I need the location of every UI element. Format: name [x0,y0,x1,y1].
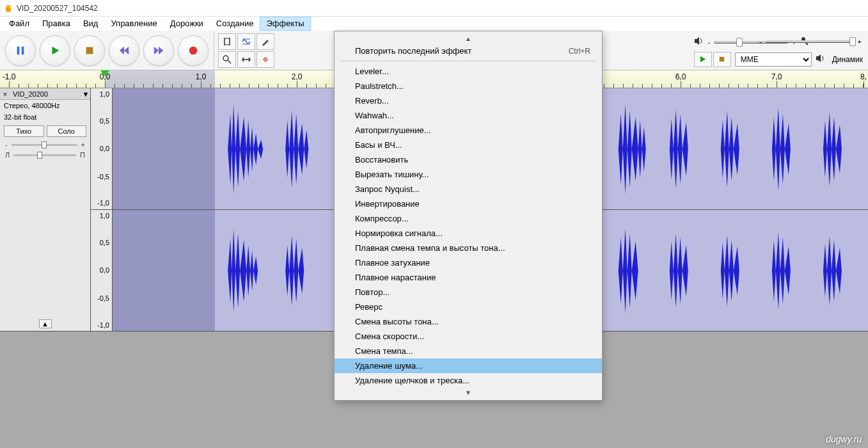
svg-marker-6 [124,46,129,54]
ruler-label: -1,0 [3,72,16,81]
ruler-label: 6,0 [675,72,686,81]
dd-item[interactable]: Wahwah... [335,108,602,123]
dd-item[interactable]: Удаление шума... [335,358,602,373]
svg-marker-7 [154,46,159,54]
dd-item[interactable]: Paulstretch... [335,79,602,93]
draw-tool[interactable] [256,33,274,50]
dd-item[interactable]: Нормировка сигнала... [335,226,602,241]
svg-point-9 [189,46,198,54]
effects-dropdown: ▲ Повторить последний эффект Ctrl+R Leve… [334,31,603,401]
svg-marker-3 [52,46,59,54]
dd-item[interactable]: Автоприглушение... [335,123,602,138]
track-format-line1: Стерео, 48000Hz [0,100,90,111]
pause-button[interactable] [5,35,36,66]
ruler-label: 0,0 [100,72,111,81]
svg-point-10 [223,56,228,61]
record-volume[interactable]: - + [759,33,862,50]
titlebar: VID_20200527_104542 [0,0,868,17]
output-speaker-icon [816,54,826,65]
dd-item[interactable]: Плавное нарастание [335,270,602,285]
menu-transport[interactable]: Управление [104,17,163,31]
record-button[interactable] [178,35,209,66]
svg-marker-8 [159,46,163,54]
dd-item[interactable]: Leveler... [335,64,602,79]
dd-item[interactable]: Reverb... [335,93,602,108]
zoom-tool[interactable] [218,51,236,68]
dd-item[interactable]: Запрос Nyquist... [335,182,602,196]
track-close-button[interactable]: × [0,90,10,98]
multi-tool[interactable] [256,51,274,68]
ruler-label: 1,0 [196,72,207,81]
play-button[interactable] [40,35,70,66]
dd-item[interactable]: Плавная смена темпа и высоты тона... [335,241,602,255]
svg-point-12 [265,58,267,60]
envelope-tool[interactable] [237,33,255,50]
menu-edit[interactable]: Правка [36,17,77,31]
menu-effects[interactable]: Эффекты [260,17,310,31]
preview-play-button[interactable] [694,52,712,67]
watermark: dugwy.ru [826,434,862,444]
ruler-label: 7,0 [771,72,782,81]
svg-marker-13 [695,37,699,45]
pan-slider[interactable]: Л П [0,150,90,160]
vertical-scale-left: 1,0 0,5 0,0 -0,5 -1,0 [91,88,113,209]
transport-controls [0,35,214,66]
mute-button[interactable]: Тихо [4,125,44,137]
dd-item[interactable]: Компрессор... [335,211,602,226]
dd-item[interactable]: Повтор... [335,285,602,300]
dd-item[interactable]: Смена высоты тона... [335,314,602,329]
preview-transport [694,52,731,67]
selection-tool[interactable] [218,33,236,50]
solo-button[interactable]: Соло [47,125,87,137]
scroll-up-arrow[interactable]: ▲ [335,34,602,44]
menu-tracks[interactable]: Дорожки [164,17,210,31]
track-format-line2: 32-bit float [0,111,90,123]
svg-rect-1 [17,46,20,54]
vertical-scale-right: 1,0 0,5 0,0 -0,5 -1,0 [91,210,113,332]
svg-rect-2 [22,46,24,54]
edit-tools [214,31,278,70]
svg-point-0 [6,6,12,12]
speaker-icon [694,36,704,48]
dd-item[interactable]: Вырезать тишину... [335,167,602,182]
ruler-label: 8, [860,72,867,81]
skip-end-button[interactable] [143,35,174,66]
svg-rect-4 [86,47,93,54]
dd-repeat-last[interactable]: Повторить последний эффект Ctrl+R [335,44,602,58]
dd-item[interactable]: Реверс [335,300,602,314]
preview-stop-button[interactable] [713,52,731,67]
menu-view[interactable]: Вид [77,17,105,31]
dd-item[interactable]: Смена темпа... [335,344,602,358]
output-device-label: Динамик [830,55,865,64]
dd-item[interactable]: Плавное затухание [335,255,602,270]
menu-generate[interactable]: Создание [210,17,260,31]
ruler-label: 2,0 [292,72,303,81]
svg-marker-16 [700,56,706,62]
skip-start-button[interactable] [109,35,139,66]
app-icon [4,4,13,13]
menu-file[interactable]: Файл [3,17,36,31]
track-control-panel: × VID_20200 ▼ Стерео, 48000Hz 32-bit flo… [0,88,91,331]
scroll-down-arrow[interactable]: ▼ [335,388,602,397]
window-title: VID_20200527_104542 [17,4,98,13]
stop-button[interactable] [74,35,105,66]
menubar: Файл Правка Вид Управление Дорожки Созда… [0,17,868,31]
dd-item[interactable]: Смена скорости... [335,329,602,344]
svg-marker-18 [816,54,821,62]
dd-item[interactable]: Инвертирование [335,196,602,211]
dd-item[interactable]: Восстановить [335,152,602,167]
dd-item[interactable]: Басы и ВЧ... [335,138,602,152]
timeshift-tool[interactable] [237,51,255,68]
svg-rect-17 [720,57,724,61]
track-name[interactable]: VID_20200 [10,90,81,98]
dd-item[interactable]: Удаление щелчков и треска... [335,373,602,388]
svg-marker-5 [120,46,124,54]
gain-slider[interactable]: - + [0,140,90,150]
track-menu-button[interactable]: ▼ [81,90,90,98]
audio-host-select[interactable]: MME [735,52,812,67]
track-collapse-button[interactable]: ▲ [0,317,90,331]
svg-line-11 [228,60,231,63]
